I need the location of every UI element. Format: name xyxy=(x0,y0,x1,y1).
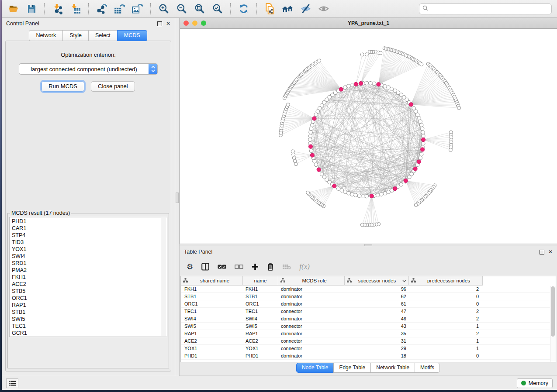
table-cell[interactable]: 18 xyxy=(345,352,409,359)
table-row[interactable]: SWI5SWI5connector431 xyxy=(181,323,556,330)
table-cell[interactable]: 0 xyxy=(409,293,483,300)
add-column-icon[interactable] xyxy=(252,263,259,270)
table-cell[interactable]: 2 xyxy=(409,308,483,315)
mcds-result-item[interactable]: FKH1 xyxy=(12,274,167,281)
automation-panel-icon[interactable] xyxy=(6,378,18,388)
zoom-selected-icon[interactable] xyxy=(211,3,224,15)
mcds-result-item[interactable]: TEC1 xyxy=(12,323,167,330)
table-row[interactable]: RAP1RAP1dominator352 xyxy=(181,330,556,337)
table-cell[interactable]: 46 xyxy=(345,315,409,322)
table-cell[interactable]: 0 xyxy=(409,300,483,307)
table-cell[interactable]: dominator xyxy=(278,352,345,359)
export-network-icon[interactable] xyxy=(95,3,108,15)
scrollbar-thumb[interactable] xyxy=(551,286,555,337)
table-cell[interactable] xyxy=(483,285,556,292)
tab-network-table[interactable]: Network Table xyxy=(370,363,415,373)
table-cell[interactable]: ORC1 xyxy=(181,300,243,307)
import-table-icon[interactable] xyxy=(69,3,82,15)
select-all-icon[interactable] xyxy=(218,264,226,269)
table-cell[interactable]: ACE2 xyxy=(181,337,243,344)
table-cell[interactable]: 96 xyxy=(345,285,409,292)
list-scrollbar[interactable] xyxy=(161,218,166,336)
mcds-result-item[interactable]: GCR1 xyxy=(12,330,167,337)
table-cell[interactable]: PHD1 xyxy=(181,352,243,359)
mcds-result-list[interactable]: PHD1CAR1STP4TID3YOX1SWI4SRD1PMA2FKH1ACE2… xyxy=(9,217,167,337)
table-cell[interactable] xyxy=(483,308,556,315)
column-header-name[interactable]: name xyxy=(243,276,278,285)
mcds-result-item[interactable]: PMA2 xyxy=(12,267,167,274)
zoom-in-icon[interactable] xyxy=(157,3,170,15)
table-cell[interactable]: ACE2 xyxy=(243,337,278,344)
mcds-result-item[interactable]: TID3 xyxy=(12,239,167,246)
mcds-result-item[interactable]: YOX1 xyxy=(12,246,167,253)
vertical-splitter[interactable] xyxy=(175,18,180,376)
mcds-result-item[interactable]: ACE2 xyxy=(12,281,167,288)
table-cell[interactable]: 1 xyxy=(409,337,483,344)
table-cell[interactable]: connector xyxy=(278,308,345,315)
table-row[interactable]: PHD1PHD1dominator180 xyxy=(181,352,556,360)
table-cell[interactable]: STB1 xyxy=(181,293,243,300)
refresh-icon[interactable] xyxy=(237,3,250,15)
mcds-result-item[interactable]: SWI5 xyxy=(12,316,167,323)
table-cell[interactable]: 1 xyxy=(409,323,483,330)
table-cell[interactable]: 2 xyxy=(409,330,483,337)
table-row[interactable]: FKH1FKH1dominator962 xyxy=(181,285,556,293)
table-cell[interactable]: 1 xyxy=(409,345,483,352)
show-hidden-icon[interactable] xyxy=(317,3,330,15)
mcds-result-item[interactable]: RAP1 xyxy=(12,302,167,309)
table-row[interactable]: SWI4SWI4dominator462 xyxy=(181,315,556,323)
table-cell[interactable] xyxy=(483,330,556,337)
table-cell[interactable]: SWI4 xyxy=(243,315,278,322)
table-cell[interactable]: TEC1 xyxy=(243,308,278,315)
float-panel-icon[interactable] xyxy=(157,21,162,26)
tab-node-table[interactable]: Node Table xyxy=(296,363,334,373)
clone-network-icon[interactable] xyxy=(263,3,277,15)
tab-network[interactable]: Network xyxy=(29,30,63,41)
mcds-result-item[interactable]: STP4 xyxy=(12,232,167,239)
table-cell[interactable] xyxy=(483,300,556,307)
table-cell[interactable]: SWI4 xyxy=(181,315,243,322)
mcds-result-item[interactable]: PHD1 xyxy=(12,218,167,225)
import-network-icon[interactable] xyxy=(51,3,64,15)
export-image-icon[interactable] xyxy=(131,3,144,15)
table-cell[interactable] xyxy=(483,293,556,300)
network-view[interactable] xyxy=(180,29,557,244)
table-cell[interactable] xyxy=(483,345,556,352)
tab-edge-table[interactable]: Edge Table xyxy=(333,363,371,373)
table-cell[interactable]: TEC1 xyxy=(181,308,243,315)
mcds-result-item[interactable]: SRD1 xyxy=(12,260,167,267)
table-cell[interactable]: connector xyxy=(278,345,345,352)
table-cell[interactable]: 2 xyxy=(409,285,483,292)
criterion-select[interactable]: largest connected component (undirected) xyxy=(19,63,158,75)
mcds-result-item[interactable]: SWI4 xyxy=(12,253,167,260)
table-cell[interactable]: dominator xyxy=(278,285,345,292)
table-row[interactable]: TEC1TEC1connector472 xyxy=(181,308,556,315)
chevron-down-icon[interactable] xyxy=(402,278,406,283)
table-row[interactable]: YOX1YOX1connector291 xyxy=(181,345,556,352)
table-cell[interactable]: 0 xyxy=(409,352,483,359)
gear-icon[interactable]: ⚙ xyxy=(187,263,193,271)
table-cell[interactable]: 43 xyxy=(345,323,409,330)
column-header-MCDS-role[interactable]: MCDS role xyxy=(278,276,345,285)
mcds-result-item[interactable]: STB1 xyxy=(12,309,167,316)
float-panel-icon[interactable] xyxy=(540,250,544,254)
table-cell[interactable]: 61 xyxy=(345,300,409,307)
zoom-out-icon[interactable] xyxy=(175,3,188,15)
column-header-successor-nodes[interactable]: successor nodes xyxy=(345,276,409,285)
table-cell[interactable]: 47 xyxy=(345,308,409,315)
close-panel-button[interactable]: Close panel xyxy=(91,81,135,92)
tab-select[interactable]: Select xyxy=(88,30,118,41)
table-cell[interactable] xyxy=(483,352,556,359)
unselect-all-icon[interactable] xyxy=(235,264,243,269)
table-cell[interactable]: RAP1 xyxy=(181,330,243,337)
table-cell[interactable] xyxy=(483,315,556,322)
table-cell[interactable]: YOX1 xyxy=(243,345,278,352)
table-cell[interactable]: 62 xyxy=(345,293,409,300)
table-cell[interactable]: FKH1 xyxy=(243,285,278,292)
table-cell[interactable]: dominator xyxy=(278,315,345,322)
hide-selected-icon[interactable] xyxy=(299,3,312,15)
horizontal-splitter[interactable] xyxy=(180,244,557,246)
table-cell[interactable]: dominator xyxy=(278,330,345,337)
table-cell[interactable]: SWI5 xyxy=(181,323,243,330)
table-scrollbar[interactable] xyxy=(550,286,556,362)
